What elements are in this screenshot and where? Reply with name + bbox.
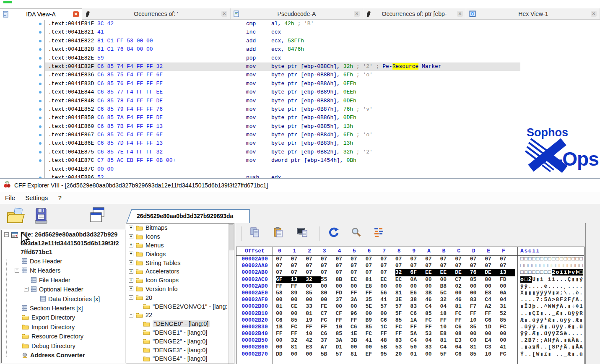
disassembly-line[interactable]: .text:0041E87C C7 85 AC EB FF FF 0B 00+m… <box>0 156 600 165</box>
hex-byte-cell[interactable]: 00 <box>440 276 455 283</box>
hex-byte-cell[interactable]: 10 <box>440 324 455 330</box>
hex-byte-cell[interactable]: 13 <box>291 276 306 283</box>
hex-byte-cell[interactable]: 41 <box>366 337 381 344</box>
hex-byte-cell[interactable]: 1C <box>380 324 395 330</box>
hex-byte-cell[interactable]: 07 <box>276 263 291 269</box>
hex-byte-cell[interactable]: 07 <box>425 263 440 269</box>
hex-byte-cell[interactable]: 10 <box>335 324 351 330</box>
resource-item-bitmaps[interactable]: +Bitmaps <box>126 224 234 232</box>
hex-byte-cell[interactable]: 10 <box>470 317 485 324</box>
hex-byte-cell[interactable]: 07 <box>395 256 410 263</box>
tree-item-nt-headers[interactable]: −Nt Headers <box>2 266 125 275</box>
disassembly-line[interactable]: .text:0041E886 52pushedx <box>0 174 600 178</box>
hex-byte-cell[interactable]: 53 <box>425 330 440 337</box>
hex-byte-cell[interactable]: 85 <box>291 317 306 324</box>
hex-byte-cell[interactable]: 07 <box>395 263 410 269</box>
hex-byte-cell[interactable]: 00 <box>470 330 485 337</box>
hex-byte-cell[interactable]: 07 <box>366 256 381 263</box>
copy-icon[interactable] <box>249 227 260 239</box>
hex-byte-cell[interactable]: 89 <box>291 290 306 296</box>
hex-byte-cell[interactable]: 41 <box>380 296 395 303</box>
disassembly-line[interactable]: .text:0041E844 C6 85 77 F4 FF FF EEmovby… <box>0 88 600 96</box>
tree-item-debug-directory[interactable]: Debug Directory <box>2 341 125 351</box>
hex-byte-cell[interactable]: DE <box>485 269 500 276</box>
hex-byte-cell[interactable]: 07 <box>440 256 455 263</box>
hex-byte-cell[interactable]: EC <box>395 276 410 283</box>
hex-byte-cell[interactable]: E6 <box>410 290 425 296</box>
hex-byte-cell[interactable]: 76 <box>470 269 485 276</box>
hex-byte-cell[interactable]: 00 <box>380 310 395 317</box>
hex-byte-cell[interactable]: E4 <box>485 337 500 344</box>
hex-byte-cell[interactable]: 00 <box>276 310 291 317</box>
hex-byte-cell[interactable]: 37 <box>335 296 351 303</box>
hex-byte-cell[interactable]: 57 <box>380 303 395 310</box>
hex-byte-cell[interactable]: 07 <box>500 256 515 263</box>
hex-byte-cell[interactable]: FC <box>500 351 515 358</box>
hex-byte-cell[interactable]: E3 <box>455 337 470 344</box>
menu-item-settings[interactable]: Settings <box>20 194 53 201</box>
disassembly-line[interactable]: .text:0041E82E 59popecx <box>0 54 600 62</box>
hex-byte-cell[interactable]: 07 <box>321 256 336 263</box>
ascii-cell[interactable]: □□□□□□□□□□□□□□□□ <box>518 256 584 263</box>
hex-byte-cell[interactable]: 50 <box>410 344 425 351</box>
hex-byte-cell[interactable]: 42 <box>306 337 321 344</box>
resource-item--denge4-lang-0-[interactable]: "DENGE4" - [lang:0] <box>126 354 234 363</box>
hex-byte-cell[interactable]: 07 <box>291 269 306 276</box>
hex-byte-cell[interactable]: 00 <box>351 303 366 310</box>
hex-byte-cell[interactable]: 07 <box>455 263 470 269</box>
hex-byte-cell[interactable]: C0 <box>470 337 485 344</box>
ascii-cell[interactable]: ÿÿ....è....¸.... <box>518 283 584 290</box>
hex-byte-cell[interactable]: 00 <box>425 283 440 290</box>
disassembly-line[interactable]: .text:0041E836 C6 85 75 F4 FF FF 6Fmovby… <box>0 71 600 79</box>
hex-byte-cell[interactable]: 00 <box>321 296 336 303</box>
hex-byte-cell[interactable]: 35 <box>366 296 381 303</box>
hex-byte-cell[interactable]: 81 <box>366 276 381 283</box>
ascii-cell[interactable]: .▮ã§Ñ..[SPƒÄ.▮ÃA <box>518 344 584 351</box>
hex-byte-cell[interactable]: E8 <box>485 290 500 296</box>
hex-byte-cell[interactable]: 19 <box>306 317 321 324</box>
hex-byte-cell[interactable]: 41 <box>500 344 515 351</box>
hex-byte-cell[interactable]: 07 <box>425 256 440 263</box>
hex-byte-cell[interactable]: 00 <box>485 283 500 290</box>
hex-byte-cell[interactable]: 10 <box>485 351 500 358</box>
hex-byte-cell[interactable]: EC <box>380 276 395 283</box>
hex-byte-cell[interactable]: 00 <box>366 310 381 317</box>
tree-item-resource-directory[interactable]: Resource Directory <box>2 332 125 341</box>
hex-byte-cell[interactable]: 00 <box>455 290 470 296</box>
hex-byte-cell[interactable]: C7 <box>455 276 470 283</box>
hex-byte-cell[interactable]: EC <box>351 276 366 283</box>
resource-item-version-info[interactable]: +Version Info <box>126 285 234 294</box>
hex-byte-cell[interactable]: C6 <box>380 317 395 324</box>
disassembly-line[interactable]: .text:0041E821 41incecx <box>0 28 600 36</box>
expander-minus-icon[interactable]: − <box>4 232 9 237</box>
hex-byte-cell[interactable]: A2 <box>485 303 500 310</box>
hex-byte-cell[interactable]: 85 <box>470 276 485 283</box>
hex-byte-cell[interactable]: 04 <box>455 344 470 351</box>
hex-byte-cell[interactable]: 46 <box>425 296 440 303</box>
expander-plus-icon[interactable]: + <box>129 278 133 283</box>
tree-item-optional-header[interactable]: −Optional Header <box>2 285 125 294</box>
hex-byte-cell[interactable]: C6 <box>455 324 470 330</box>
hex-byte-cell[interactable]: 56 <box>380 290 395 296</box>
hex-byte-cell[interactable]: FF <box>425 324 440 330</box>
hex-byte-cell[interactable]: EE <box>440 269 455 276</box>
tree-item-section-headers-x-[interactable]: Section Headers [x] <box>2 304 125 313</box>
tree-item-import-directory[interactable]: Import Directory <box>2 322 125 332</box>
hex-byte-cell[interactable]: C6 <box>485 317 500 324</box>
hex-byte-cell[interactable]: 85 <box>306 290 321 296</box>
hex-byte-cell[interactable]: 81 <box>470 344 485 351</box>
hex-byte-cell[interactable]: 32 <box>395 269 410 276</box>
disassembly-line[interactable]: .text:0041E860 C6 85 7B F4 FF FF 13movby… <box>0 122 600 131</box>
hex-byte-cell[interactable]: FF <box>440 317 455 324</box>
hex-byte-cell[interactable]: 0A <box>500 290 515 296</box>
hex-byte-cell[interactable]: 00 <box>380 283 395 290</box>
ascii-cell[interactable]: .2B7:;AHƒÄ.▮ãÀä. <box>518 337 584 344</box>
hex-byte-cell[interactable]: 00 <box>291 310 306 317</box>
hex-byte-cell[interactable]: 07 <box>335 269 351 276</box>
menu-item--[interactable]: ? <box>53 194 66 201</box>
ascii-cell[interactable]: .üÿÿ.Æ▮.üÿÿ.Æ▮.ü <box>518 324 584 330</box>
disassembly-line[interactable]: .text:0041E859 C6 85 7A F4 FF FF DEmovby… <box>0 114 600 122</box>
hex-byte-cell[interactable]: C6 <box>410 310 425 317</box>
hex-byte-cell[interactable]: 00 <box>410 283 425 290</box>
hex-byte-cell[interactable]: 04 <box>440 303 455 310</box>
